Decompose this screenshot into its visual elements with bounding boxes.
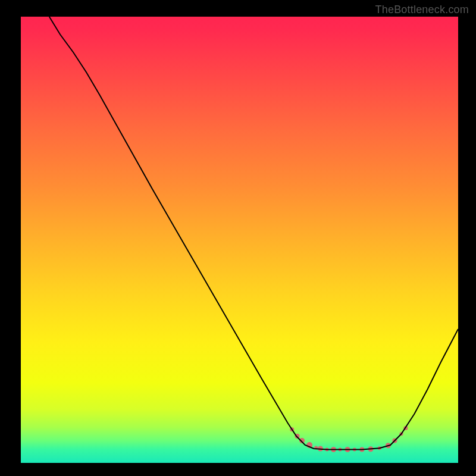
chart-container: TheBottleneck.com bbox=[0, 0, 476, 476]
gradient-background bbox=[21, 17, 458, 463]
watermark-label: TheBottleneck.com bbox=[375, 4, 469, 16]
chart-svg bbox=[21, 17, 458, 463]
plot-area bbox=[21, 17, 458, 463]
